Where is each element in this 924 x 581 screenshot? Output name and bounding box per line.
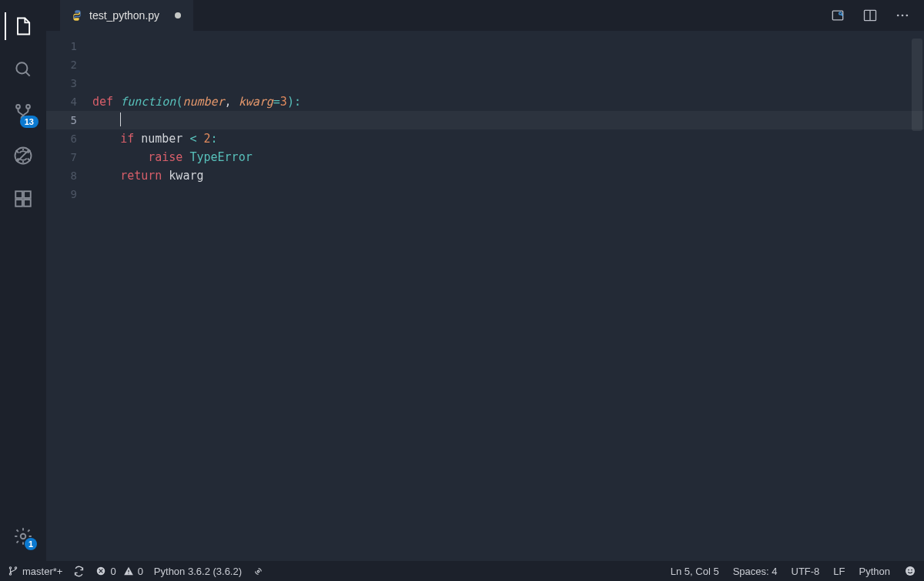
python-file-icon (71, 9, 83, 22)
code-text: if number < 2: (92, 129, 218, 148)
svg-rect-9 (24, 200, 31, 207)
code-line[interactable]: 4def function(number, kwarg=3): (46, 92, 924, 111)
code-line[interactable]: 9 (46, 185, 924, 203)
code-text: def function(number, kwarg=3): (92, 92, 301, 111)
line-number: 7 (46, 148, 92, 166)
svg-point-21 (15, 567, 16, 569)
problems[interactable]: 0 0 (95, 566, 142, 577)
settings-badge: 1 (25, 538, 37, 550)
feedback-icon[interactable] (904, 565, 916, 577)
main-area: 13 1 test_python.py (0, 0, 924, 561)
scm-badge: 13 (20, 116, 38, 128)
svg-point-3 (26, 105, 30, 109)
svg-point-17 (897, 15, 899, 17)
code-line[interactable]: 5 (46, 111, 924, 129)
tab-file[interactable]: test_python.py (60, 0, 193, 31)
line-number: 2 (46, 55, 92, 74)
svg-rect-8 (15, 200, 22, 207)
warning-icon (123, 566, 134, 576)
sync-button[interactable] (73, 566, 85, 577)
sync-icon (73, 566, 85, 577)
code-line[interactable]: 7 raise TypeError (46, 148, 924, 166)
open-preview-icon[interactable] (827, 5, 849, 26)
line-number: 1 (46, 37, 92, 55)
live-share-icon[interactable] (253, 566, 264, 577)
activity-bar: 13 1 (0, 0, 46, 561)
source-control-icon[interactable]: 13 (5, 94, 42, 131)
svg-point-27 (908, 569, 909, 571)
line-number: 6 (46, 129, 92, 148)
language-mode[interactable]: Python (859, 566, 890, 577)
git-branch[interactable]: master*+ (8, 566, 62, 577)
svg-point-13 (839, 12, 842, 15)
svg-point-2 (16, 105, 20, 109)
tab-bar: test_python.py (46, 0, 924, 31)
search-icon[interactable] (5, 51, 42, 88)
svg-point-19 (906, 15, 909, 17)
svg-point-20 (9, 567, 11, 569)
svg-point-0 (16, 62, 27, 73)
error-icon (95, 566, 106, 576)
svg-point-11 (21, 534, 26, 539)
settings-gear-icon[interactable]: 1 (5, 518, 42, 555)
scrollbar[interactable] (910, 31, 924, 561)
line-number: 5 (46, 111, 92, 129)
code-editor[interactable]: 1234def function(number, kwarg=3):5 6 if… (46, 31, 924, 561)
explorer-icon[interactable] (5, 8, 42, 45)
svg-point-24 (128, 573, 129, 574)
editor-actions (827, 0, 924, 31)
git-branch-icon (8, 566, 18, 576)
line-number: 9 (46, 185, 92, 203)
code-line[interactable]: 2 (46, 55, 924, 74)
more-actions-icon[interactable] (892, 5, 913, 26)
line-number: 3 (46, 74, 92, 92)
line-number: 4 (46, 92, 92, 111)
svg-point-26 (906, 566, 915, 576)
text-cursor (120, 113, 121, 126)
eol[interactable]: LF (833, 566, 845, 577)
python-interpreter[interactable]: Python 3.6.2 (3.6.2) (154, 566, 242, 577)
warning-count: 0 (138, 566, 143, 577)
code-line[interactable]: 6 if number < 2: (46, 129, 924, 148)
cursor-position[interactable]: Ln 5, Col 5 (671, 566, 719, 577)
svg-point-18 (902, 15, 904, 17)
code-text: return kwarg (92, 166, 204, 185)
branch-name: master*+ (22, 566, 62, 577)
encoding[interactable]: UTF-8 (792, 566, 820, 577)
scrollbar-thumb[interactable] (912, 39, 922, 131)
svg-rect-10 (24, 191, 31, 198)
code-text: raise TypeError (92, 148, 253, 166)
code-text (92, 111, 121, 129)
status-bar: master*+ 0 0 Python 3.6.2 (3.6.2) Ln 5, … (0, 561, 924, 581)
error-count: 0 (110, 566, 116, 577)
extensions-icon[interactable] (5, 180, 42, 217)
code-line[interactable]: 1 (46, 37, 924, 55)
code-line[interactable]: 8 return kwarg (46, 166, 924, 185)
debug-icon[interactable] (5, 137, 42, 174)
tab-filename: test_python.py (89, 9, 159, 22)
svg-line-1 (25, 72, 29, 76)
svg-point-25 (257, 570, 259, 573)
line-number: 8 (46, 166, 92, 185)
indentation[interactable]: Spaces: 4 (733, 566, 778, 577)
code-line[interactable]: 3 (46, 74, 924, 92)
editor-region: test_python.py 1234def function(number, … (46, 0, 924, 561)
split-editor-icon[interactable] (859, 5, 881, 26)
svg-rect-7 (15, 191, 22, 198)
svg-point-28 (911, 569, 912, 571)
svg-point-22 (9, 573, 11, 575)
dirty-indicator-icon (175, 12, 181, 18)
